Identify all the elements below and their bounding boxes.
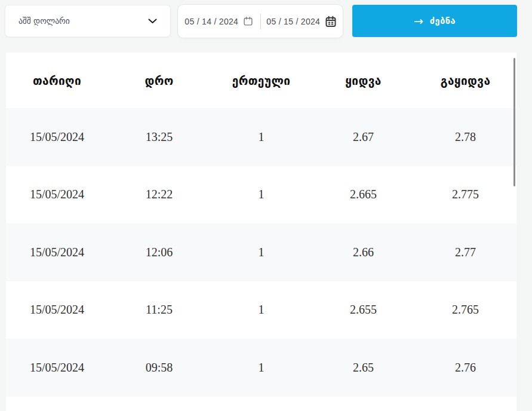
search-button[interactable]: → ძებნა — [352, 5, 517, 37]
cell-unit: 1 — [210, 246, 312, 259]
cell-date: 15/05/2024 — [6, 188, 108, 201]
calendar-icon[interactable] — [243, 16, 253, 26]
cell-time: 13:25 — [108, 130, 210, 144]
filters-toolbar: აშშ დოლარი 05 / 14 / 2024 05 / 15 / 2024 — [0, 0, 532, 53]
cell-date: 15/05/2024 — [6, 361, 108, 375]
date-from-value: 05 / 14 / 2024 — [184, 17, 238, 26]
cell-date: 15/05/2024 — [6, 303, 108, 317]
column-header-date: თარიღი — [6, 74, 108, 87]
cell-buy: 2.665 — [312, 188, 414, 201]
table-row: 15/05/2024 13:25 1 2.67 2.78 — [6, 108, 516, 166]
calendar-icon[interactable] — [325, 16, 337, 27]
table-row: 15/05/2024 12:06 1 2.66 2.77 — [6, 223, 516, 281]
cell-unit: 1 — [210, 188, 312, 201]
date-range-group: 05 / 14 / 2024 05 / 15 / 2024 — [177, 4, 343, 38]
cell-buy: 2.655 — [312, 303, 414, 317]
currency-select[interactable]: აშშ დოლარი — [5, 5, 171, 37]
date-to-value: 05 / 15 / 2024 — [266, 17, 320, 26]
cell-time: 11:25 — [108, 303, 210, 317]
table-row — [6, 397, 516, 411]
chevron-down-icon — [148, 19, 157, 24]
cell-sell: 2.765 — [414, 303, 516, 317]
arrow-right-icon: → — [414, 16, 423, 27]
currency-select-value: აშშ დოლარი — [19, 16, 70, 26]
cell-unit: 1 — [210, 303, 312, 317]
cell-sell: 2.775 — [414, 188, 516, 201]
table-row: 15/05/2024 11:25 1 2.655 2.765 — [6, 281, 516, 339]
table-header-row: თარიღი დრო ერთეული ყიდვა გაყიდვა — [6, 53, 516, 108]
search-button-label: ძებნა — [430, 16, 456, 26]
cell-buy: 2.65 — [312, 361, 414, 375]
table-row: 15/05/2024 09:58 1 2.65 2.76 — [6, 339, 516, 397]
cell-sell: 2.77 — [414, 246, 516, 259]
cell-sell: 2.78 — [414, 130, 516, 144]
cell-buy: 2.66 — [312, 246, 414, 259]
column-header-sell: გაყიდვა — [414, 74, 516, 87]
rates-table: თარიღი დრო ერთეული ყიდვა გაყიდვა 15/05/2… — [6, 53, 516, 411]
table-body: 15/05/2024 13:25 1 2.67 2.78 15/05/2024 … — [6, 108, 516, 411]
cell-sell: 2.76 — [414, 361, 516, 375]
cell-buy: 2.67 — [312, 130, 414, 144]
column-header-time: დრო — [108, 74, 210, 87]
date-from-input[interactable]: 05 / 14 / 2024 — [178, 16, 260, 26]
cell-unit: 1 — [210, 130, 312, 144]
cell-date: 15/05/2024 — [6, 246, 108, 259]
cell-time: 09:58 — [108, 361, 210, 375]
cell-unit: 1 — [210, 361, 312, 375]
cell-time: 12:06 — [108, 246, 210, 259]
cell-date: 15/05/2024 — [6, 130, 108, 144]
scrollbar-thumb[interactable] — [513, 58, 515, 186]
column-header-unit: ერთეული — [210, 74, 312, 87]
cell-time: 12:22 — [108, 188, 210, 201]
date-to-input[interactable]: 05 / 15 / 2024 — [261, 16, 343, 27]
table-row: 15/05/2024 12:22 1 2.665 2.775 — [6, 166, 516, 224]
column-header-buy: ყიდვა — [312, 74, 414, 87]
